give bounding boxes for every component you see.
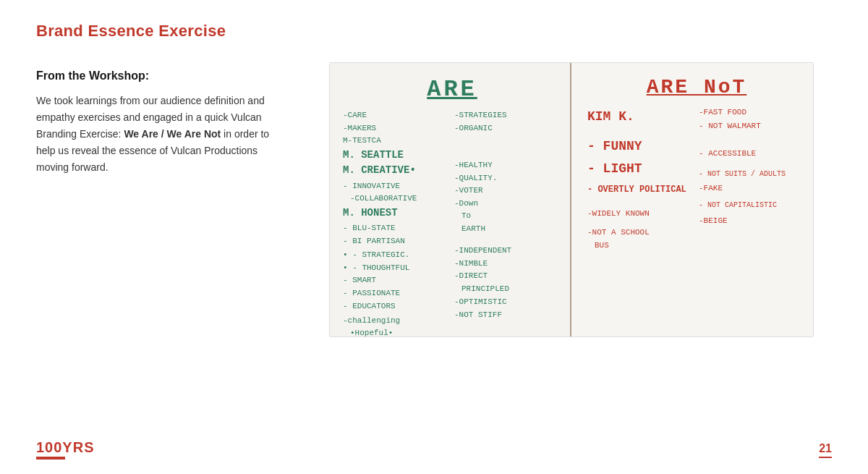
wb-item-red: BUS (595, 240, 694, 252)
page-title: Brand Essence Exercise (36, 22, 832, 41)
wb-item-large: - LIGHT (587, 160, 694, 178)
wb-item: PRINCIPLED (461, 283, 561, 295)
wb-item: - SMART (343, 274, 450, 287)
wb-item-red: - NOT WALMART (699, 120, 806, 132)
wb-item: - INNOVATIVE (343, 180, 450, 192)
wb-item: -CARE (343, 109, 450, 122)
logo-container: 100YRS (36, 440, 95, 460)
wb-item: -ORGANIC (454, 122, 561, 135)
page-container: Brand Essence Exercise From the Workshop… (0, 0, 868, 474)
wb-item: - EDUCATORS (343, 300, 450, 313)
logo-bar (36, 457, 65, 460)
wb-item: To (461, 210, 561, 222)
wb-item-medium: M. SEATTLE (343, 148, 450, 163)
wb-item-red: -WIDELY KNOWN (587, 208, 694, 220)
wb-item: - BI PARTISAN (343, 235, 450, 247)
wb-item: -OPTIMISTIC (454, 296, 561, 308)
wb-item: - PASSIONATE (343, 287, 450, 300)
whiteboard-left: ARE -CARE -MAKERS M-TESTCA M. SEATTLE M.… (330, 63, 571, 337)
workshop-body: We took learnings from our audience defi… (36, 93, 282, 176)
wb-item-red: -NOT A SCHOOL (587, 227, 694, 239)
wb-item: M-TESTCA (343, 135, 450, 147)
wb-item: -DIRECT (454, 270, 561, 282)
wb-item: - BLU-STATE (343, 222, 450, 234)
whiteboard-right-content: KIM K. - FUNNY - LIGHT - OVERTLY POLITIC… (587, 106, 806, 252)
whiteboard-are-title: ARE (343, 76, 561, 103)
whiteboard-right-col-left: KIM K. - FUNNY - LIGHT - OVERTLY POLITIC… (587, 106, 694, 252)
whiteboard-right: ARE NoT KIM K. - FUNNY - LIGHT - OVERTLY… (571, 63, 813, 337)
workshop-heading: From the Workshop: (36, 69, 282, 82)
wb-item-large: KIM K. (587, 108, 694, 126)
wb-item-red: -FAST FOOD (699, 106, 806, 119)
wb-item: -NOT STIFF (454, 309, 561, 321)
wb-item: -challenging (343, 315, 450, 327)
wb-item-red: - ACCESSIBLE (699, 148, 806, 160)
wb-item-medium: M. CREATIVE• (343, 164, 450, 178)
left-panel: From the Workshop: We took learnings fro… (36, 62, 282, 176)
wb-item: • - THOUGHTFUL (343, 262, 450, 274)
whiteboard-left-content: -CARE -MAKERS M-TESTCA M. SEATTLE M. CRE… (343, 109, 561, 337)
whiteboard-image: ARE -CARE -MAKERS M-TESTCA M. SEATTLE M.… (329, 62, 814, 337)
wb-item: -NIMBLE (454, 258, 561, 270)
wb-item: EARTH (461, 223, 561, 235)
wb-item-medium: M. HONEST (343, 206, 450, 221)
wb-item: -MAKERS (343, 122, 450, 135)
wb-item-large: - FUNNY (587, 137, 694, 156)
wb-item: -HEALTHY (454, 159, 561, 172)
wb-item: -STRATEGIES (454, 109, 561, 122)
wb-item: •Hopeful• (350, 327, 450, 337)
wb-item: -COLLABORATIVE (350, 192, 450, 205)
page-num-wrapper: 21 (819, 442, 832, 458)
content-area: From the Workshop: We took learnings fro… (36, 62, 832, 337)
wb-item: • - STRATEGIC. (343, 249, 450, 261)
wb-item: -INDEPENDENT (454, 245, 561, 257)
wb-item: -Down (454, 198, 561, 210)
wb-item-red: - NOT SUITS / ADULTS (699, 169, 806, 179)
wb-item-red: -FAKE (699, 182, 806, 195)
wb-item-red: - OVERTLY POLITICAL (587, 183, 694, 196)
workshop-bold: We Are / We Are Not (124, 128, 221, 140)
footer: 100YRS 21 (36, 440, 832, 460)
right-panel: ARE -CARE -MAKERS M-TESTCA M. SEATTLE M.… (311, 62, 832, 337)
wb-item-red: -BEIGE (699, 215, 806, 227)
wb-item: -VOTER (454, 185, 561, 197)
whiteboard-are-not-title: ARE NoT (587, 76, 806, 98)
wb-item: -QUALITY. (454, 172, 561, 185)
logo-text: 100YRS (36, 440, 95, 454)
wb-item-red: - NOT CAPITALISTIC (699, 200, 806, 211)
whiteboard-left-col: -CARE -MAKERS M-TESTCA M. SEATTLE M. CRE… (343, 109, 450, 337)
page-number-underline (819, 457, 832, 458)
whiteboard-right-col-right: -FAST FOOD - NOT WALMART - ACCESSIBLE - … (699, 106, 806, 252)
page-number: 21 (819, 442, 832, 455)
whiteboard-right-col: -STRATEGIES -ORGANIC -HEALTHY -QUALITY. … (454, 109, 561, 337)
